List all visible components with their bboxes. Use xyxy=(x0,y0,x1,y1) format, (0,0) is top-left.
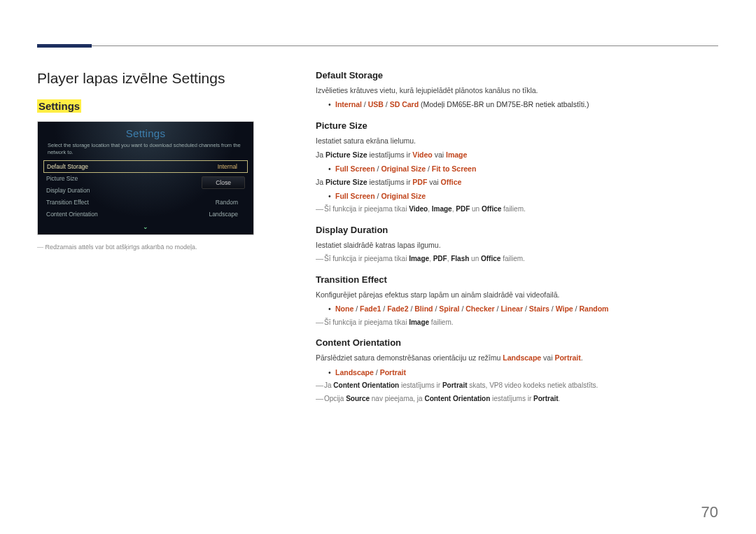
display-duration-footnote: ― Šī funkcija ir pieejama tikai Image, P… xyxy=(316,253,718,265)
text: skats, VP8 video kodeks netiek atbalstīt… xyxy=(467,381,598,389)
ui-row-label: Picture Size xyxy=(46,175,196,182)
text: Ja xyxy=(324,381,333,389)
picture-size-footnote: ― Šī funkcija ir pieejama tikai Video, I… xyxy=(316,204,718,215)
label-pdf: PDF xyxy=(433,255,447,262)
text: . xyxy=(559,395,561,402)
header-rule xyxy=(37,45,718,46)
picture-size-desc: Iestatiet satura ekrāna lielumu. xyxy=(316,135,718,146)
option-spiral: Spiral xyxy=(439,304,459,313)
ui-row-label: Display Duration xyxy=(46,187,196,194)
default-storage-options: Internal / USB / SD Card (Modeļi DM65E-B… xyxy=(316,99,718,111)
option-original-size: Original Size xyxy=(381,164,426,173)
ui-row-transition-effect[interactable]: Transition Effect Random xyxy=(38,197,253,209)
option-usb: USB xyxy=(368,100,384,108)
ui-row-value: Landscape xyxy=(196,211,238,218)
label-picture-size: Picture Size xyxy=(326,150,368,159)
left-column: Player lapas izvēlne Settings Settings S… xyxy=(37,70,275,251)
ui-row-content-orientation[interactable]: Content Orientation Landscape xyxy=(38,209,253,220)
display-duration-heading: Display Duration xyxy=(316,225,718,235)
label-image: Image xyxy=(409,255,429,262)
ui-row-label: Transition Effect xyxy=(46,199,196,206)
text: Šī funkcija ir pieejama tikai xyxy=(324,255,409,262)
text: vai xyxy=(433,150,446,159)
transition-effect-heading: Transition Effect xyxy=(316,274,718,285)
label-video: Video xyxy=(412,150,432,159)
ui-row-label: Default Storage xyxy=(47,163,195,170)
option-fade1: Fade1 xyxy=(360,304,381,313)
option-linear: Linear xyxy=(500,304,523,313)
option-stairs: Stairs xyxy=(529,304,550,313)
dash-icon: ― xyxy=(316,379,323,391)
picture-size-options-1: Full Screen / Original Size / Fit to Scr… xyxy=(316,163,718,175)
content-orientation-note-2: ― Opcija Source nav pieejama, ja Content… xyxy=(316,393,718,405)
label-video: Video xyxy=(409,205,428,213)
dash-icon: ― xyxy=(316,393,323,405)
default-storage-desc: Izvēlieties krātuves vietu, kurā lejupie… xyxy=(316,85,718,96)
text: Ja xyxy=(316,150,326,159)
close-button-label: Close xyxy=(216,179,231,186)
text: iestatījums ir xyxy=(399,381,442,389)
text: iestatījums ir xyxy=(368,150,413,159)
model-disclaimer: Redzamais attēls var būt atšķirīgs atkar… xyxy=(37,244,275,251)
label-office: Office xyxy=(441,178,462,186)
transition-effect-footnote: ― Šī funkcija ir pieejama tikai Image fa… xyxy=(316,317,718,328)
ui-row-value: Internal xyxy=(195,163,237,170)
dash-icon: ― xyxy=(316,203,323,215)
picture-size-heading: Picture Size xyxy=(316,120,718,131)
option-fit-to-screen: Fit to Screen xyxy=(432,164,477,173)
page-content: Player lapas izvēlne Settings Settings S… xyxy=(37,70,718,513)
text: iestatījums ir xyxy=(368,178,413,186)
header-accent xyxy=(37,44,92,48)
text: vai xyxy=(427,178,440,186)
default-storage-heading: Default Storage xyxy=(316,70,718,80)
text: Pārslēdziet satura demonstrēšanas orient… xyxy=(316,353,503,362)
option-sd-card: SD Card xyxy=(390,100,419,108)
ui-row-label: Content Orientation xyxy=(46,211,196,218)
dash-icon: ― xyxy=(316,253,323,265)
label-flash: Flash xyxy=(451,255,469,262)
picture-size-cond2: Ja Picture Size iestatījums ir PDF vai O… xyxy=(316,176,718,188)
label-image: Image xyxy=(446,150,467,159)
label-pdf: PDF xyxy=(412,178,427,186)
picture-size-options-2: Full Screen / Original Size xyxy=(316,190,718,202)
section-highlight: Settings xyxy=(37,99,81,113)
transition-effect-desc: Konfigurējiet pārejas efektus starp lapā… xyxy=(316,289,718,300)
text: un xyxy=(470,205,482,213)
label-pdf: PDF xyxy=(456,205,470,213)
right-column: Default Storage Izvēlieties krātuves vie… xyxy=(316,70,718,404)
label-content-orientation: Content Orientation xyxy=(424,395,490,402)
close-button[interactable]: Close xyxy=(202,176,245,189)
default-storage-note: (Modeļi DM65E-BR un DM75E-BR netiek atba… xyxy=(419,100,589,108)
text: failiem. xyxy=(501,205,525,213)
picture-size-cond1: Ja Picture Size iestatījums ir Video vai… xyxy=(316,149,718,160)
ui-row-default-storage[interactable]: Default Storage Internal xyxy=(43,160,248,173)
label-office: Office xyxy=(482,205,501,213)
label-picture-size: Picture Size xyxy=(326,178,368,186)
dash-icon: ― xyxy=(316,316,323,328)
option-wipe: Wipe xyxy=(556,304,573,313)
option-random: Random xyxy=(579,304,608,313)
option-portrait: Portrait xyxy=(380,368,406,377)
option-internal: Internal xyxy=(335,100,362,108)
ui-row-value: Random xyxy=(196,199,238,206)
transition-effect-options: None / Fade1 / Fade2 / Blind / Spiral / … xyxy=(316,303,718,315)
text: Ja xyxy=(316,178,326,186)
content-orientation-note-1: ― Ja Content Orientation iestatījums ir … xyxy=(316,380,718,391)
chevron-down-icon[interactable]: ⌄ xyxy=(38,220,253,230)
option-blind: Blind xyxy=(414,304,433,313)
option-none: None xyxy=(335,304,354,313)
text: iestatījums ir xyxy=(490,395,533,402)
option-full-screen: Full Screen xyxy=(335,192,375,200)
content-orientation-desc: Pārslēdziet satura demonstrēšanas orient… xyxy=(316,352,718,363)
option-full-screen: Full Screen xyxy=(335,164,375,173)
label-image: Image xyxy=(432,205,452,213)
label-source: Source xyxy=(346,395,370,402)
label-landscape: Landscape xyxy=(503,353,541,362)
option-checker: Checker xyxy=(465,304,494,313)
page-number: 70 xyxy=(701,503,718,521)
text: Šī funkcija ir pieejama tikai xyxy=(324,318,409,326)
text: nav pieejama, ja xyxy=(370,395,424,402)
text: Šī funkcija ir pieejama tikai xyxy=(324,205,409,213)
settings-screenshot: Settings Select the storage location tha… xyxy=(37,121,254,235)
ui-panel-title: Settings xyxy=(38,122,253,139)
